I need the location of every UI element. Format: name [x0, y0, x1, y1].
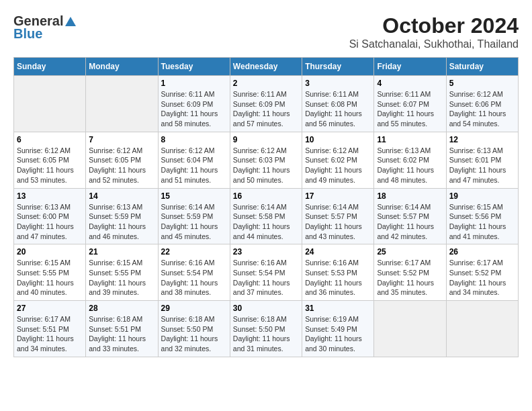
- title-block: October 2024 Si Satchanalai, Sukhothai, …: [349, 13, 519, 50]
- calendar-cell: 10Sunrise: 6:12 AMSunset: 6:02 PMDayligh…: [302, 132, 374, 188]
- day-number: 11: [377, 135, 443, 144]
- day-info: Sunrise: 6:13 AMSunset: 6:01 PMDaylight:…: [449, 146, 515, 185]
- day-info: Sunrise: 6:16 AMSunset: 5:54 PMDaylight:…: [161, 258, 227, 298]
- day-number: 2: [233, 79, 299, 88]
- day-number: 18: [377, 191, 443, 201]
- calendar-cell: 4Sunrise: 6:11 AMSunset: 6:07 PMDaylight…: [374, 76, 446, 132]
- day-number: 12: [449, 135, 515, 144]
- calendar-cell: 13Sunrise: 6:13 AMSunset: 6:00 PMDayligh…: [14, 188, 86, 244]
- day-header-friday: Friday: [374, 58, 446, 76]
- day-info: Sunrise: 6:12 AMSunset: 6:03 PMDaylight:…: [233, 146, 299, 185]
- calendar-cell: 24Sunrise: 6:16 AMSunset: 5:53 PMDayligh…: [302, 244, 374, 301]
- calendar-cell: 11Sunrise: 6:13 AMSunset: 6:02 PMDayligh…: [374, 132, 446, 188]
- day-info: Sunrise: 6:12 AMSunset: 6:02 PMDaylight:…: [305, 146, 371, 185]
- day-number: 15: [161, 191, 227, 201]
- day-info: Sunrise: 6:17 AMSunset: 5:52 PMDaylight:…: [449, 258, 515, 298]
- calendar-cell: 7Sunrise: 6:12 AMSunset: 6:05 PMDaylight…: [86, 132, 158, 188]
- calendar-cell: [446, 301, 518, 357]
- day-header-thursday: Thursday: [302, 58, 374, 76]
- calendar-table: SundayMondayTuesdayWednesdayThursdayFrid…: [13, 57, 519, 357]
- day-info: Sunrise: 6:17 AMSunset: 5:52 PMDaylight:…: [377, 258, 443, 298]
- day-number: 29: [161, 304, 227, 313]
- day-header-wednesday: Wednesday: [230, 58, 302, 76]
- calendar-cell: 14Sunrise: 6:13 AMSunset: 5:59 PMDayligh…: [86, 188, 158, 244]
- day-info: Sunrise: 6:13 AMSunset: 5:59 PMDaylight:…: [89, 202, 154, 242]
- day-info: Sunrise: 6:12 AMSunset: 6:06 PMDaylight:…: [449, 89, 515, 129]
- day-info: Sunrise: 6:11 AMSunset: 6:09 PMDaylight:…: [233, 89, 299, 129]
- calendar-cell: 12Sunrise: 6:13 AMSunset: 6:01 PMDayligh…: [446, 132, 518, 188]
- day-number: 16: [233, 191, 299, 201]
- calendar-cell: 19Sunrise: 6:15 AMSunset: 5:56 PMDayligh…: [446, 188, 518, 244]
- calendar-cell: 8Sunrise: 6:12 AMSunset: 6:04 PMDaylight…: [158, 132, 230, 188]
- day-info: Sunrise: 6:14 AMSunset: 5:57 PMDaylight:…: [377, 202, 443, 242]
- day-info: Sunrise: 6:14 AMSunset: 5:58 PMDaylight:…: [233, 202, 299, 242]
- day-number: 26: [449, 247, 515, 257]
- day-info: Sunrise: 6:12 AMSunset: 6:05 PMDaylight:…: [89, 146, 154, 185]
- day-info: Sunrise: 6:19 AMSunset: 5:49 PMDaylight:…: [305, 314, 371, 354]
- day-number: 30: [233, 304, 299, 313]
- day-number: 13: [17, 191, 83, 201]
- day-info: Sunrise: 6:16 AMSunset: 5:54 PMDaylight:…: [233, 258, 299, 298]
- calendar-cell: 30Sunrise: 6:18 AMSunset: 5:50 PMDayligh…: [230, 301, 302, 357]
- day-info: Sunrise: 6:15 AMSunset: 5:55 PMDaylight:…: [89, 258, 154, 298]
- logo-triangle-icon: [64, 15, 77, 28]
- calendar-cell: 6Sunrise: 6:12 AMSunset: 6:05 PMDaylight…: [14, 132, 86, 188]
- day-info: Sunrise: 6:14 AMSunset: 5:57 PMDaylight:…: [305, 202, 371, 242]
- day-number: 21: [89, 247, 154, 257]
- day-number: 4: [377, 79, 443, 88]
- day-number: 23: [233, 247, 299, 257]
- calendar-cell: 16Sunrise: 6:14 AMSunset: 5:58 PMDayligh…: [230, 188, 302, 244]
- logo: General Blue: [13, 13, 77, 42]
- day-info: Sunrise: 6:11 AMSunset: 6:08 PMDaylight:…: [305, 89, 371, 129]
- day-header-saturday: Saturday: [446, 58, 518, 76]
- logo-blue: Blue: [13, 26, 42, 42]
- calendar-cell: [374, 301, 446, 357]
- calendar-cell: 18Sunrise: 6:14 AMSunset: 5:57 PMDayligh…: [374, 188, 446, 244]
- calendar-cell: 21Sunrise: 6:15 AMSunset: 5:55 PMDayligh…: [86, 244, 158, 301]
- calendar-cell: 28Sunrise: 6:18 AMSunset: 5:51 PMDayligh…: [86, 301, 158, 357]
- calendar-cell: 25Sunrise: 6:17 AMSunset: 5:52 PMDayligh…: [374, 244, 446, 301]
- day-number: 22: [161, 247, 227, 257]
- calendar-cell: 27Sunrise: 6:17 AMSunset: 5:51 PMDayligh…: [14, 301, 86, 357]
- day-info: Sunrise: 6:17 AMSunset: 5:51 PMDaylight:…: [17, 314, 83, 354]
- day-info: Sunrise: 6:11 AMSunset: 6:09 PMDaylight:…: [161, 89, 227, 129]
- day-header-monday: Monday: [86, 58, 158, 76]
- day-number: 8: [161, 135, 227, 144]
- day-number: 24: [305, 247, 371, 257]
- day-number: 10: [305, 135, 371, 144]
- calendar-cell: [14, 76, 86, 132]
- day-info: Sunrise: 6:13 AMSunset: 6:02 PMDaylight:…: [377, 146, 443, 185]
- calendar-cell: 3Sunrise: 6:11 AMSunset: 6:08 PMDaylight…: [302, 76, 374, 132]
- day-info: Sunrise: 6:12 AMSunset: 6:05 PMDaylight:…: [17, 146, 83, 185]
- day-info: Sunrise: 6:18 AMSunset: 5:51 PMDaylight:…: [89, 314, 154, 354]
- calendar-cell: 29Sunrise: 6:18 AMSunset: 5:50 PMDayligh…: [158, 301, 230, 357]
- day-info: Sunrise: 6:14 AMSunset: 5:59 PMDaylight:…: [161, 202, 227, 242]
- calendar-cell: 17Sunrise: 6:14 AMSunset: 5:57 PMDayligh…: [302, 188, 374, 244]
- day-info: Sunrise: 6:18 AMSunset: 5:50 PMDaylight:…: [161, 314, 227, 354]
- calendar-cell: 2Sunrise: 6:11 AMSunset: 6:09 PMDaylight…: [230, 76, 302, 132]
- calendar-cell: 22Sunrise: 6:16 AMSunset: 5:54 PMDayligh…: [158, 244, 230, 301]
- calendar-cell: 26Sunrise: 6:17 AMSunset: 5:52 PMDayligh…: [446, 244, 518, 301]
- day-info: Sunrise: 6:11 AMSunset: 6:07 PMDaylight:…: [377, 89, 443, 129]
- day-info: Sunrise: 6:13 AMSunset: 6:00 PMDaylight:…: [17, 202, 83, 242]
- day-info: Sunrise: 6:15 AMSunset: 5:56 PMDaylight:…: [449, 202, 515, 242]
- day-number: 6: [17, 135, 83, 144]
- day-number: 14: [89, 191, 154, 201]
- day-number: 19: [449, 191, 515, 201]
- calendar-cell: 9Sunrise: 6:12 AMSunset: 6:03 PMDaylight…: [230, 132, 302, 188]
- day-info: Sunrise: 6:16 AMSunset: 5:53 PMDaylight:…: [305, 258, 371, 298]
- calendar-cell: 1Sunrise: 6:11 AMSunset: 6:09 PMDaylight…: [158, 76, 230, 132]
- day-number: 20: [17, 247, 83, 257]
- calendar-cell: 31Sunrise: 6:19 AMSunset: 5:49 PMDayligh…: [302, 301, 374, 357]
- day-number: 28: [89, 304, 154, 313]
- day-info: Sunrise: 6:15 AMSunset: 5:55 PMDaylight:…: [17, 258, 83, 298]
- calendar-cell: 23Sunrise: 6:16 AMSunset: 5:54 PMDayligh…: [230, 244, 302, 301]
- location-title: Si Satchanalai, Sukhothai, Thailand: [349, 38, 519, 50]
- day-info: Sunrise: 6:18 AMSunset: 5:50 PMDaylight:…: [233, 314, 299, 354]
- calendar-cell: 15Sunrise: 6:14 AMSunset: 5:59 PMDayligh…: [158, 188, 230, 244]
- day-number: 9: [233, 135, 299, 144]
- calendar-cell: 5Sunrise: 6:12 AMSunset: 6:06 PMDaylight…: [446, 76, 518, 132]
- day-number: 5: [449, 79, 515, 88]
- month-title: October 2024: [349, 13, 519, 38]
- day-number: 31: [305, 304, 371, 313]
